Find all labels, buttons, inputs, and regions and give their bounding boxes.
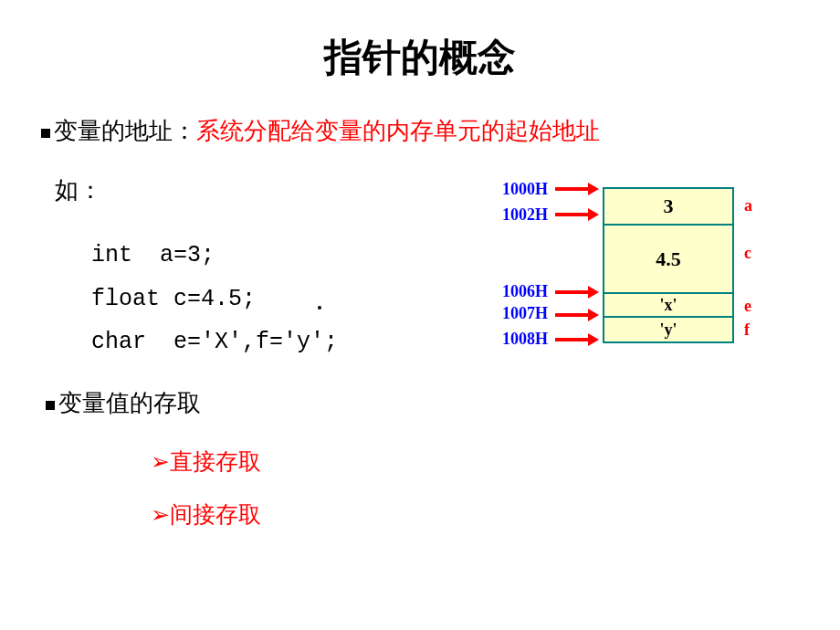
center-dot (318, 306, 321, 310)
sub-bullet-direct: ➢直接存取 (151, 446, 840, 477)
addr-1006: 1006H (493, 282, 548, 301)
var-label-c: c (744, 244, 751, 263)
bullet-variable-access: 变量值的存取 (46, 387, 840, 419)
memory-table: 3 4.5 'x' 'y' (603, 187, 734, 343)
bullet1-desc: 系统分配给变量的内存单元的起始地址 (196, 118, 600, 144)
bullet-variable-address: 变量的地址：系统分配给变量的内存单元的起始地址 (41, 115, 840, 147)
var-label-e: e (744, 297, 751, 316)
triangle-icon: ➢ (151, 448, 170, 474)
mem-cell-c: 4.5 (604, 226, 732, 294)
sub-bullet-indirect: ➢间接存取 (151, 499, 840, 530)
triangle-icon: ➢ (151, 501, 170, 527)
mem-cell-e: 'x' (604, 294, 732, 318)
bullet-marker (41, 129, 50, 138)
var-label-f: f (744, 320, 750, 340)
sub-bullet-list: ➢直接存取 ➢间接存取 (151, 446, 840, 530)
addr-1007: 1007H (493, 304, 548, 323)
mem-cell-f: 'y' (604, 318, 732, 341)
sub-bullet-1-text: 直接存取 (170, 449, 261, 474)
bullet1-label: 变量的地址： (54, 118, 196, 144)
mem-cell-a: 3 (604, 189, 732, 226)
bullet2-label: 变量值的存取 (58, 390, 201, 416)
bullet-marker (46, 401, 55, 410)
sub-bullet-2-text: 间接存取 (170, 502, 261, 527)
var-label-a: a (744, 196, 752, 215)
slide-title: 指针的概念 (0, 0, 840, 106)
addr-1008: 1008H (493, 330, 548, 349)
addr-1000: 1000H (493, 180, 548, 199)
addr-1002: 1002H (493, 205, 548, 225)
